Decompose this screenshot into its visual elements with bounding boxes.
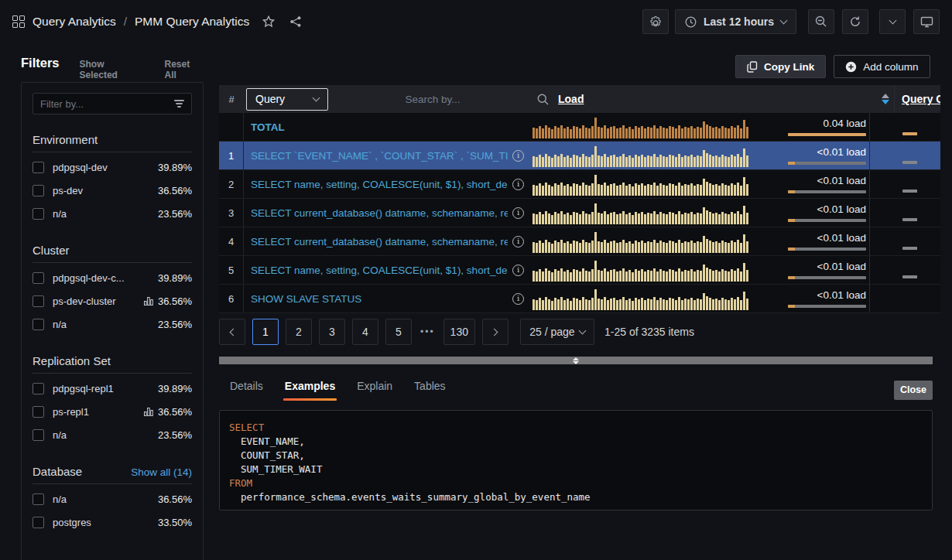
filter-item[interactable]: n/a23.56% xyxy=(33,423,192,446)
zoom-out-button[interactable] xyxy=(808,9,834,34)
info-icon[interactable]: i xyxy=(512,236,524,248)
breadcrumb-section[interactable]: Query Analytics xyxy=(33,15,116,29)
load-sparkline xyxy=(530,227,762,255)
checkbox[interactable] xyxy=(33,406,44,418)
query-text[interactable]: SELECT current_database() datname, schem… xyxy=(251,236,508,248)
table-row[interactable]: 6SHOW SLAVE STATUSi<0.01 load xyxy=(219,285,940,313)
load-value-cell: <0.01 load xyxy=(762,142,869,169)
checkbox[interactable] xyxy=(33,429,44,441)
filter-item[interactable]: ps-repl136.56% xyxy=(33,400,192,423)
info-icon[interactable]: i xyxy=(512,179,524,190)
query-text[interactable]: SELECT name, setting, COALESCE(unit, $1)… xyxy=(251,179,508,190)
page-button[interactable]: 3 xyxy=(319,319,345,345)
checkbox[interactable] xyxy=(33,383,44,394)
filter-section-header: Environment xyxy=(33,133,192,146)
query-text[interactable]: SELECT `EVENT_NAME` , `COUNT_STAR` , `SU… xyxy=(251,150,508,162)
load-sparkline xyxy=(530,256,762,284)
panel-resize-handle[interactable] xyxy=(219,357,933,364)
table-row[interactable]: 5SELECT name, setting, COALESCE(unit, $1… xyxy=(219,256,940,285)
show-all-link[interactable]: Show all (14) xyxy=(131,466,192,478)
checkbox[interactable] xyxy=(33,493,44,505)
table-row[interactable]: 2SELECT name, setting, COALESCE(unit, $1… xyxy=(219,170,940,199)
filter-item[interactable]: n/a23.56% xyxy=(33,202,192,225)
tab-examples[interactable]: Examples xyxy=(285,380,335,401)
checkbox[interactable] xyxy=(33,319,44,330)
checkbox[interactable] xyxy=(33,208,44,220)
query-cell: SHOW SLAVE STATUSi xyxy=(244,285,530,312)
query-count-header-label[interactable]: Query Count xyxy=(902,93,940,105)
filter-item[interactable]: ps-dev36.56% xyxy=(33,179,192,202)
last-page-button[interactable]: 130 xyxy=(443,319,475,345)
tab-details[interactable]: Details xyxy=(230,380,263,401)
next-page-button[interactable] xyxy=(482,319,509,345)
query-text[interactable]: TOTAL xyxy=(251,121,524,133)
search-icon[interactable] xyxy=(537,94,549,105)
tab-explain[interactable]: Explain xyxy=(357,380,392,401)
page-button[interactable]: 5 xyxy=(385,319,412,345)
filter-item[interactable]: ps-dev-cluster36.56% xyxy=(33,289,192,312)
table-row[interactable]: 4SELECT current_database() datname, sche… xyxy=(219,227,940,256)
close-details-button[interactable]: Close xyxy=(894,381,933,400)
load-bar xyxy=(788,162,866,165)
bar-chart-icon[interactable] xyxy=(144,296,153,306)
checkbox[interactable] xyxy=(33,185,44,196)
add-column-label: Add column xyxy=(863,61,918,73)
bar-chart-icon[interactable] xyxy=(144,407,153,416)
filter-search-input[interactable]: Filter by... xyxy=(33,93,192,114)
reset-all-button[interactable]: Reset All xyxy=(165,59,204,80)
query-text[interactable]: SELECT current_database() datname, schem… xyxy=(251,207,508,219)
load-header-label[interactable]: Load xyxy=(558,93,584,105)
page-size-select[interactable]: 25 / page xyxy=(520,319,594,345)
info-icon[interactable]: i xyxy=(512,265,524,276)
kiosk-mode-button[interactable] xyxy=(913,9,940,34)
filter-item[interactable]: pdpgsql-dev39.89% xyxy=(33,155,192,179)
table-row-total[interactable]: TOTAL0.04 load xyxy=(219,113,940,142)
table-row[interactable]: 1SELECT `EVENT_NAME` , `COUNT_STAR` , `S… xyxy=(219,142,940,170)
copy-icon xyxy=(747,61,758,73)
table-row[interactable]: 3SELECT current_database() datname, sche… xyxy=(219,199,940,227)
add-column-button[interactable]: Add column xyxy=(834,55,930,78)
info-icon[interactable]: i xyxy=(512,207,524,219)
query-text[interactable]: SHOW SLAVE STATUS xyxy=(251,293,508,305)
checkbox[interactable] xyxy=(33,162,44,173)
filter-item[interactable]: n/a36.56% xyxy=(33,487,192,510)
page-button[interactable]: 2 xyxy=(286,319,312,345)
page-button[interactable]: 1 xyxy=(252,319,279,345)
dimension-select[interactable]: Query xyxy=(246,88,328,111)
info-icon[interactable]: i xyxy=(512,293,524,305)
tab-tables[interactable]: Tables xyxy=(414,380,445,401)
sort-icon[interactable] xyxy=(882,94,889,104)
prev-page-button[interactable] xyxy=(219,319,245,345)
info-icon[interactable]: i xyxy=(512,150,524,162)
filter-item-value: 36.56% xyxy=(144,406,192,418)
checkbox[interactable] xyxy=(33,517,44,528)
pagination-ellipsis[interactable]: ••• xyxy=(419,326,437,337)
show-selected-button[interactable]: Show Selected xyxy=(80,59,145,80)
filter-item[interactable]: postgres33.50% xyxy=(33,510,192,534)
search-bar xyxy=(328,94,555,105)
top-navigation-bar: Query Analytics / PMM Query Analytics La… xyxy=(0,0,952,43)
filter-search-placeholder: Filter by... xyxy=(40,98,174,110)
filter-item[interactable]: pdpgsql-dev-c...39.89% xyxy=(33,266,192,289)
filter-item[interactable]: pdpgsql-repl139.89% xyxy=(33,377,192,400)
search-input[interactable] xyxy=(328,94,537,105)
copy-link-button[interactable]: Copy Link xyxy=(735,55,826,78)
query-count-cell xyxy=(869,113,917,141)
load-value: <0.01 load xyxy=(817,261,866,272)
load-bar xyxy=(788,276,866,279)
load-bar xyxy=(788,190,866,193)
query-text[interactable]: SELECT name, setting, COALESCE(unit, $1)… xyxy=(251,265,508,276)
refresh-interval-dropdown[interactable] xyxy=(879,9,906,34)
dashboard-settings-button[interactable] xyxy=(642,9,669,34)
checkbox[interactable] xyxy=(33,272,44,284)
page-button[interactable]: 4 xyxy=(352,319,378,345)
time-range-picker[interactable]: Last 12 hours xyxy=(675,9,796,34)
refresh-button[interactable] xyxy=(842,9,868,34)
checkbox[interactable] xyxy=(33,295,44,307)
filter-item[interactable]: n/a23.56% xyxy=(33,312,192,336)
favorite-star-icon[interactable] xyxy=(262,15,276,29)
share-icon[interactable] xyxy=(289,15,302,28)
row-number: 4 xyxy=(219,227,244,255)
details-tabs: DetailsExamplesExplainTables Close xyxy=(219,377,933,403)
sql-example-panel: SELECT EVENT_NAME, COUNT_STAR, SUM_TIMER… xyxy=(219,410,933,510)
